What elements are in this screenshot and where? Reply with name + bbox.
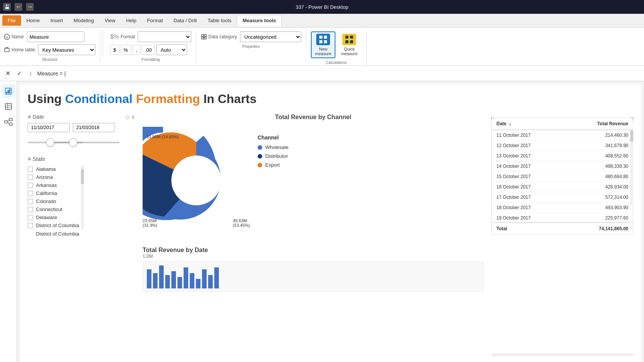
formula-close-button[interactable]: ✕ [4, 70, 12, 77]
state-item[interactable]: Connecticut [28, 205, 79, 213]
state-item[interactable]: Colorado [28, 197, 79, 205]
state-checkbox[interactable] [28, 207, 33, 212]
slider-thumb-left[interactable] [46, 138, 54, 147]
table-row[interactable]: 17 October 2017572,314.00 [492, 192, 633, 203]
legend-item: Export [258, 162, 289, 168]
formula-input[interactable] [36, 70, 640, 77]
table-row[interactable]: 19 October 2017225,977.60 [492, 213, 633, 222]
state-checkbox[interactable] [28, 215, 33, 220]
properties-group: Data category Uncategorized Properties [196, 30, 307, 50]
state-item[interactable]: Arizona [28, 173, 79, 181]
tab-home[interactable]: Home [21, 15, 45, 26]
tab-table-tools[interactable]: Table tools [202, 15, 237, 26]
donut-legend: Channel WholesaleDistributorExport [258, 127, 289, 171]
auto-select[interactable]: Auto [156, 44, 187, 55]
state-item[interactable]: Delaware [28, 213, 79, 221]
save-icon[interactable]: 💾 [3, 3, 11, 11]
percent-button[interactable]: % [121, 45, 131, 55]
decimal-button[interactable]: .00 [142, 45, 155, 55]
bottom-chart-subtitle: 1.0M [143, 254, 484, 259]
date-slicer-expand-icon[interactable]: ∨ [131, 114, 135, 120]
state-checkbox[interactable] [28, 167, 33, 172]
slicers-panel: ✤ Date ◇ ∨ [28, 114, 135, 356]
state-checkbox[interactable] [28, 199, 33, 204]
report-view-icon[interactable] [2, 84, 15, 98]
date-to-input[interactable] [73, 123, 115, 132]
state-item[interactable]: California [28, 189, 79, 197]
redo-icon[interactable]: ↪ [26, 3, 34, 11]
state-item[interactable]: Arkansas [28, 181, 79, 189]
format-row2: $ % , .00 Auto [110, 44, 191, 55]
sort-icon[interactable]: ▲ [508, 122, 512, 126]
name-input[interactable] [27, 31, 84, 42]
table-hscrollbar[interactable] [491, 353, 633, 356]
revenue-table-container: Date ▲ Total Revenue 11 October 2017214,… [491, 118, 633, 356]
table-row[interactable]: 14 October 2017498,339.30 [492, 161, 633, 172]
table-scrollbar[interactable] [630, 128, 633, 205]
state-checkbox[interactable] [28, 223, 33, 228]
cell-date: 13 October 2017 [492, 151, 575, 161]
table-row[interactable]: 12 October 2017341,679.90 [492, 141, 633, 151]
cell-revenue: 341,679.90 [575, 141, 633, 151]
formatting-label: Formatting [110, 57, 191, 62]
cell-date: 18 October 2017 [492, 203, 575, 213]
quick-measure-button[interactable]: Quick measure [337, 31, 361, 58]
comma-button[interactable]: , [133, 45, 140, 55]
state-checkbox[interactable] [28, 183, 33, 188]
donut-chart-wrapper[interactable]: 10.86M (14.65%) 23.65M(31.9%) 39.63M(53.… [143, 127, 250, 235]
svg-rect-41 [214, 267, 219, 288]
tab-file[interactable]: File [2, 15, 21, 26]
data-view-icon[interactable] [2, 100, 15, 113]
format-select[interactable] [138, 31, 191, 42]
title-bar-icons: 💾 ↩ ↪ [3, 3, 34, 11]
cell-revenue: 493,903.90 [575, 203, 633, 213]
date-slicer-filter-icon[interactable]: ◇ [125, 114, 130, 120]
home-table-select[interactable]: Key Measures [38, 44, 95, 55]
cell-revenue: 408,552.60 [575, 151, 633, 161]
tab-format[interactable]: Format [142, 15, 168, 26]
sidebar-icons [0, 81, 17, 362]
bottom-chart-placeholder[interactable] [143, 261, 484, 292]
scrollbar-thumb[interactable] [81, 169, 84, 184]
undo-icon[interactable]: ↩ [15, 3, 22, 11]
properties-label: Properties [201, 44, 302, 49]
tab-measure-tools[interactable]: Measure tools [237, 15, 282, 26]
model-view-icon[interactable] [2, 115, 15, 129]
tab-data-drill[interactable]: Data / Drill [168, 15, 202, 26]
legend-dot [258, 145, 262, 150]
tab-view[interactable]: View [99, 15, 121, 26]
title-bar: 💾 ↩ ↪ 337 - Power BI Desktop [0, 0, 644, 14]
name-row: N Name [4, 31, 95, 42]
svg-rect-9 [319, 40, 322, 43]
new-measure-button[interactable]: New measure [311, 31, 335, 58]
formula-confirm-button[interactable]: ✓ [15, 70, 23, 77]
name-label: N Name [4, 34, 24, 40]
state-slicer-header: ✤ State [28, 156, 135, 162]
svg-rect-37 [190, 273, 194, 288]
dollar-button[interactable]: $ [110, 45, 119, 55]
bottom-chart-svg [143, 262, 483, 292]
slider-thumb-right[interactable] [69, 138, 77, 147]
tab-insert[interactable]: Insert [45, 15, 69, 26]
svg-line-26 [8, 120, 9, 122]
table-row[interactable]: 18 October 2017493,903.90 [492, 203, 633, 213]
format-label: $% Format [110, 33, 135, 40]
state-item[interactable]: District of Columbia [28, 221, 79, 229]
tab-modeling[interactable]: Modeling [68, 15, 99, 26]
state-item[interactable]: Alabama [28, 165, 79, 173]
svg-rect-3 [202, 34, 204, 36]
donut-label-distributor: 23.65M(31.9%) [143, 218, 158, 228]
table-row[interactable]: 16 October 2017428,934.00 [492, 182, 633, 192]
date-from-input[interactable] [28, 123, 70, 132]
table-row[interactable]: 11 October 2017214,460.30 [492, 130, 633, 141]
state-scrollbar[interactable] [81, 165, 84, 229]
state-checkbox[interactable] [28, 175, 33, 180]
table-scrollbar-thumb[interactable] [630, 130, 633, 142]
cell-revenue: 225,977.60 [575, 213, 633, 222]
state-checkbox[interactable] [28, 191, 33, 196]
donut-label-export: 10.86M (14.65%) [146, 134, 179, 139]
tab-help[interactable]: Help [121, 15, 142, 26]
table-row[interactable]: 15 October 2017480,684.80 [492, 172, 633, 182]
data-category-select[interactable]: Uncategorized [240, 31, 301, 42]
table-row[interactable]: 13 October 2017408,552.60 [492, 151, 633, 161]
